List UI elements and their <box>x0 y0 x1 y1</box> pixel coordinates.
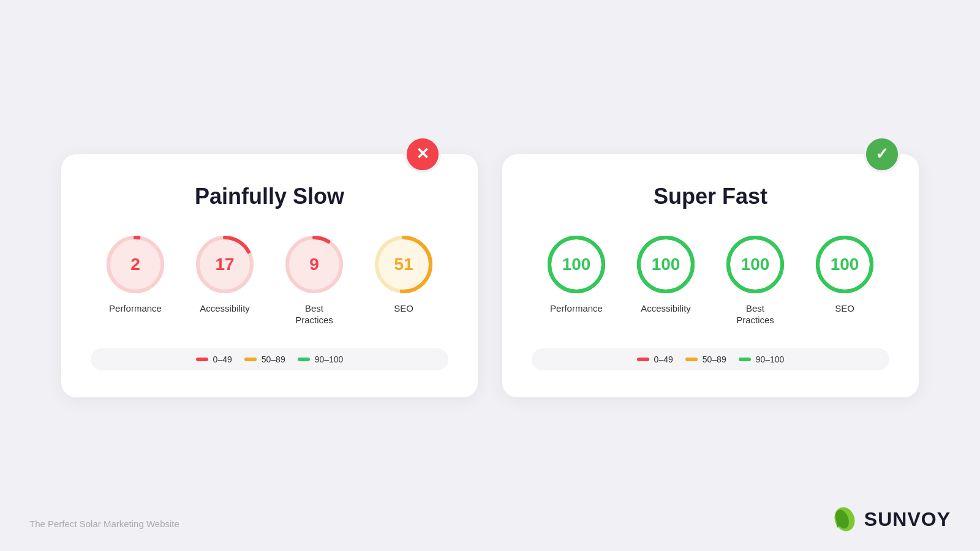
circle-bestpractices-good: 100 <box>725 234 786 295</box>
circle-seo-good: 100 <box>814 234 875 295</box>
main-container: ✕ Painfully Slow 2 Performance <box>61 154 919 397</box>
circle-bestpractices-bad: 9 <box>284 234 345 295</box>
sunvoy-logo-text: SUNVOY <box>864 508 951 531</box>
circle-accessibility-good: 100 <box>635 234 696 295</box>
good-badge: ✓ <box>864 136 900 173</box>
left-card-title: Painfully Slow <box>91 184 448 209</box>
legend-label-red-right: 0–49 <box>654 354 673 364</box>
right-card: ✓ Super Fast 100 Performance <box>502 154 919 397</box>
legend-item-orange-right: 50–89 <box>685 354 726 364</box>
legend-label-orange-right: 50–89 <box>703 354 726 364</box>
legend-label-red-left: 0–49 <box>213 354 232 364</box>
value-seo-bad: 51 <box>394 255 413 274</box>
sunvoy-logo-icon <box>829 504 858 534</box>
right-metrics-row: 100 Performance 100 Accessibility <box>532 234 889 326</box>
metric-accessibility-good: 100 Accessibility <box>635 234 696 315</box>
left-metrics-row: 2 Performance 17 Accessibility <box>91 234 448 326</box>
label-performance-good: Performance <box>550 302 603 315</box>
label-performance-bad: Performance <box>109 302 162 315</box>
label-seo-bad: SEO <box>394 302 413 315</box>
metric-seo-good: 100 SEO <box>814 234 875 315</box>
bad-badge: ✕ <box>404 136 441 173</box>
circle-performance-bad: 2 <box>105 234 166 295</box>
value-seo-good: 100 <box>831 255 859 274</box>
legend-label-orange-left: 50–89 <box>262 354 285 364</box>
value-performance-bad: 2 <box>130 255 140 274</box>
circle-performance-good: 100 <box>546 234 607 295</box>
footer-tagline: The Perfect Solar Marketing Website <box>29 519 179 529</box>
metric-accessibility-bad: 17 Accessibility <box>194 234 255 315</box>
legend-dot-green-right <box>739 358 751 361</box>
label-accessibility-good: Accessibility <box>641 302 691 315</box>
metric-performance-good: 100 Performance <box>546 234 607 315</box>
left-card: ✕ Painfully Slow 2 Performance <box>61 154 478 397</box>
label-accessibility-bad: Accessibility <box>200 302 250 315</box>
circle-accessibility-bad: 17 <box>194 234 255 295</box>
circle-seo-bad: 51 <box>373 234 434 295</box>
value-accessibility-good: 100 <box>652 255 680 274</box>
value-bestpractices-good: 100 <box>741 255 770 274</box>
legend-dot-red-left <box>196 358 208 361</box>
metric-bestpractices-good: 100 BestPractices <box>725 234 786 326</box>
right-legend: 0–49 50–89 90–100 <box>532 348 889 370</box>
value-accessibility-bad: 17 <box>215 255 234 274</box>
legend-item-red-left: 0–49 <box>196 354 232 364</box>
legend-label-green-left: 90–100 <box>315 354 344 364</box>
metric-seo-bad: 51 SEO <box>373 234 434 315</box>
label-bestpractices-good: BestPractices <box>736 302 774 326</box>
legend-item-orange-left: 50–89 <box>244 354 285 364</box>
label-bestpractices-bad: BestPractices <box>295 302 333 326</box>
legend-dot-red-right <box>637 358 649 361</box>
metric-performance-bad: 2 Performance <box>105 234 166 315</box>
legend-item-green-right: 90–100 <box>739 354 785 364</box>
legend-dot-orange-right <box>685 358 698 361</box>
right-card-title: Super Fast <box>532 184 889 209</box>
value-performance-good: 100 <box>562 255 591 274</box>
left-legend: 0–49 50–89 90–100 <box>91 348 448 370</box>
legend-item-green-left: 90–100 <box>298 354 344 364</box>
footer-logo: SUNVOY <box>829 504 951 534</box>
value-bestpractices-bad: 9 <box>309 255 319 274</box>
metric-bestpractices-bad: 9 BestPractices <box>284 234 345 326</box>
legend-dot-green-left <box>298 358 310 361</box>
legend-item-red-right: 0–49 <box>637 354 673 364</box>
legend-dot-orange-left <box>244 358 257 361</box>
label-seo-good: SEO <box>835 302 854 315</box>
legend-label-green-right: 90–100 <box>756 354 785 364</box>
